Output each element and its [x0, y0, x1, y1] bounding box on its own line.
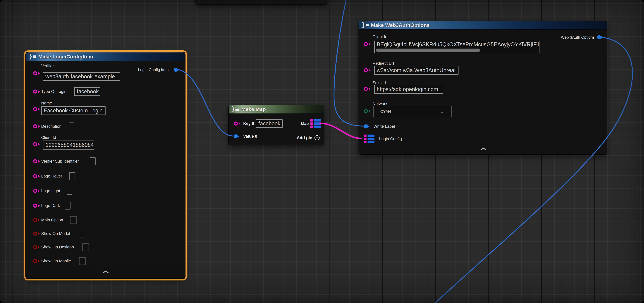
pin-label-login-config: Login Config: [379, 136, 402, 141]
name-value-field[interactable]: Facebook Custom Login: [41, 106, 106, 115]
pin-label-value0: Value 0: [243, 134, 257, 139]
key0-value-field[interactable]: facebook: [256, 119, 282, 128]
input-pin-logo-hover[interactable]: [33, 174, 37, 178]
input-pin-sdk-url[interactable]: [364, 87, 368, 91]
network-dropdown[interactable]: CYAN ⌄: [373, 106, 452, 117]
add-pin-label: Add pin: [297, 136, 312, 140]
pin-label-sdk-url: Sdk Url: [372, 80, 386, 85]
verifier-sub-identifier-empty-field[interactable]: [90, 157, 96, 165]
pin-label-main-option: Main Option: [41, 218, 63, 222]
pin-label-logo-hover: Logo Hover: [41, 174, 62, 178]
input-pin-key0[interactable]: [234, 122, 238, 126]
node-header[interactable]: } Make LoginConfigItem: [26, 52, 185, 61]
type-of-login-value-field[interactable]: facebook: [74, 87, 100, 96]
add-pin-button[interactable]: Add pin +: [297, 135, 320, 140]
input-pin-show-on-mobile[interactable]: [33, 259, 37, 263]
pin-label-key0: Key 0: [243, 121, 254, 126]
pin-label-redirect-url: Redirect Url: [372, 61, 394, 66]
pin-label-description: Description: [41, 124, 62, 129]
blueprint-graph-canvas[interactable]: } Make LoginConfigItem Login Config Item…: [0, 0, 644, 303]
logo-dark-empty-field[interactable]: [65, 202, 70, 210]
input-pin-verifier-sub-identifier[interactable]: [33, 159, 37, 163]
add-pin-plus-icon: +: [314, 135, 320, 140]
logo-light-empty-field[interactable]: [66, 187, 72, 195]
input-pin-type-of-login[interactable]: [33, 90, 37, 94]
collapse-node-chevron-icon[interactable]: [480, 148, 487, 151]
input-pin-client-id[interactable]: [33, 142, 37, 146]
pin-label-name: Name: [41, 101, 52, 106]
pin-label-verifier: Verifier: [41, 64, 54, 68]
pin-label-show-on-desktop: Show On Desktop: [41, 245, 74, 250]
pin-label-logo-light: Logo Light: [41, 188, 60, 193]
pin-label-show-on-modal: Show On Modal: [41, 231, 70, 236]
description-empty-field[interactable]: [69, 122, 74, 130]
node-make-web3authoptions[interactable]: } Make Web3AuthOptions Web 3Auth Options…: [358, 20, 607, 155]
client-id-horizontal-scrollbar[interactable]: [376, 48, 480, 52]
output-pin-login-config-item[interactable]: [174, 68, 178, 72]
input-pin-redirect-url[interactable]: [364, 68, 368, 72]
input-pin-show-on-desktop[interactable]: [33, 245, 37, 249]
input-pin-white-label[interactable]: [364, 124, 368, 128]
pin-label-network: Network: [372, 102, 388, 106]
node-make-map[interactable]: } Make Map Key 0 facebook Map Value 0 Ad…: [228, 105, 324, 145]
input-pin-logo-dark[interactable]: [33, 204, 37, 208]
node-title: Make Map: [242, 106, 266, 112]
pin-label-logo-dark: Logo Dark: [41, 203, 60, 208]
input-pin-value0[interactable]: [234, 134, 238, 138]
chevron-down-icon: ⌄: [440, 109, 444, 114]
pin-label-client-id: Client Id: [41, 135, 56, 140]
output-pin-label-map: Map: [301, 121, 309, 126]
input-pin-network[interactable]: [364, 109, 368, 113]
pin-label-client-id: Client Id: [372, 34, 388, 39]
pin-label-verifier-sub-identifier: Verifier Sub Identifier: [41, 159, 79, 164]
output-pin-label: Login Config Item: [138, 68, 169, 72]
input-pin-verifier[interactable]: [33, 72, 37, 76]
logo-hover-empty-field[interactable]: [69, 172, 75, 180]
client-id-value-text: BEglQSgt4cUWcj6SKRdu5QkOXTsePmMcusG5EAoy…: [377, 41, 540, 48]
input-pin-main-option[interactable]: [33, 218, 37, 222]
output-pin-map[interactable]: [310, 119, 321, 128]
redirect-url-value-field[interactable]: w3a://com.w3a.Web3AuthUnreal: [374, 66, 458, 75]
client-id-value-field[interactable]: 1222658941886084: [43, 140, 94, 150]
node-title: Make LoginConfigItem: [38, 54, 93, 60]
make-map-icon: }: [232, 106, 239, 112]
wire-map-to-loginconfig[interactable]: [320, 123, 362, 138]
output-pin-web3auth-options[interactable]: [597, 35, 601, 40]
partial-node-top[interactable]: [196, 0, 327, 4]
pin-label-show-on-mobile: Show On Mobile: [41, 259, 71, 264]
input-pin-description[interactable]: [33, 124, 37, 128]
pin-label-type-of-login: Type Of Login: [41, 89, 66, 94]
node-header[interactable]: } Make Map: [229, 105, 324, 114]
main-option-checkbox[interactable]: [70, 216, 77, 224]
show-on-modal-checkbox[interactable]: [78, 230, 85, 238]
input-pin-show-on-modal[interactable]: [33, 232, 37, 236]
make-struct-icon: }: [362, 22, 368, 28]
node-make-loginconfigitem[interactable]: } Make LoginConfigItem Login Config Item…: [26, 52, 185, 279]
show-on-desktop-checkbox[interactable]: [82, 243, 89, 251]
input-pin-login-config[interactable]: [364, 135, 374, 143]
output-pin-label: Web 3Auth Options: [561, 35, 595, 40]
input-pin-name[interactable]: [33, 107, 37, 111]
node-header[interactable]: } Make Web3AuthOptions: [359, 21, 607, 30]
make-struct-icon: }: [30, 54, 36, 60]
sdk-url-value-field[interactable]: https://sdk.openlogin.com: [374, 85, 443, 94]
collapse-node-chevron-icon[interactable]: [102, 270, 109, 274]
input-pin-logo-light[interactable]: [33, 189, 37, 193]
input-pin-client-id[interactable]: [364, 42, 368, 46]
verifier-value-field[interactable]: web3auth-facebook-example: [43, 72, 120, 81]
pin-label-white-label: White Label: [374, 124, 395, 129]
network-dropdown-value: CYAN: [380, 109, 391, 114]
node-title: Make Web3AuthOptions: [371, 22, 430, 28]
show-on-mobile-checkbox[interactable]: [79, 257, 86, 265]
